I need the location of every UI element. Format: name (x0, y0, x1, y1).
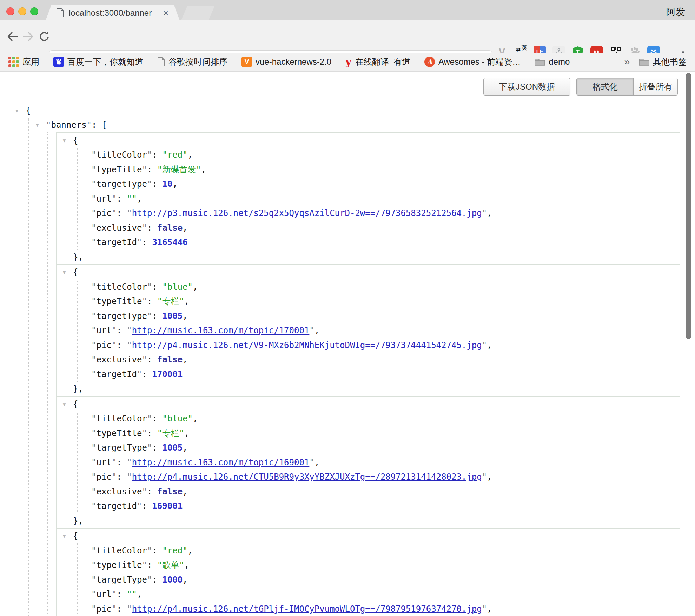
json-token: : (152, 282, 162, 292)
json-key: url (96, 194, 111, 204)
json-line: ▼"banners": [ (36, 118, 680, 133)
collapse-toggle-icon[interactable]: ▼ (15, 108, 26, 113)
reload-button[interactable] (37, 29, 52, 44)
json-link[interactable]: http://p4.music.126.net/V9-MXz6b2MNhEKju… (132, 340, 482, 350)
json-token: , (137, 194, 142, 204)
download-json-button[interactable]: 下载JSON数据 (483, 78, 570, 96)
json-token: }, (73, 252, 83, 262)
bookmark-demo-folder[interactable]: demo (535, 57, 570, 67)
json-key: url (96, 326, 111, 335)
json-key: targetType (96, 311, 147, 321)
json-token: , (183, 443, 187, 453)
collapse-toggle-icon[interactable]: ▼ (63, 533, 73, 538)
close-window-button[interactable] (6, 7, 14, 15)
new-tab-button[interactable] (181, 6, 215, 20)
json-link[interactable]: http://p4.music.126.net/CTU5B9R9y3XyYBZX… (132, 472, 482, 482)
bookmark-baidu[interactable]: 百度一下，你就知道 (53, 56, 143, 67)
bookmark-youdao[interactable]: y 在线翻译_有道 (345, 56, 410, 67)
bookmark-awesomes[interactable]: A Awesomes - 前端资… (424, 56, 521, 67)
bookmarks-bar: 应用 百度一下，你就知道 谷歌按时间排序 V vue-hackernews-2.… (0, 53, 695, 72)
json-key: targetId (96, 369, 137, 379)
json-token: " (46, 120, 51, 130)
json-object-properties: "titleColor": "blue","typeTitle": "专栏","… (77, 412, 680, 514)
json-link[interactable]: http://p4.music.126.net/tGPljf-IMOCyPvum… (132, 604, 482, 614)
json-token: " (309, 326, 314, 335)
collapse-toggle-icon[interactable]: ▼ (63, 270, 73, 275)
json-token: : (117, 604, 127, 614)
json-token: " (112, 208, 117, 218)
browser-profile-name[interactable]: 阿发 (666, 6, 685, 18)
collapse-toggle-icon[interactable]: ▼ (63, 402, 73, 407)
json-token: " (91, 369, 96, 379)
other-bookmarks-folder[interactable]: 其他书签 (639, 56, 687, 67)
bookmark-apps[interactable]: 应用 (8, 56, 39, 67)
json-line: }, (57, 382, 680, 397)
bookmark-google-sort[interactable]: 谷歌按时间排序 (157, 56, 227, 67)
json-token: " (137, 369, 142, 379)
json-token: " (147, 282, 152, 292)
json-number-value: 1005 (162, 443, 183, 453)
json-token: , (188, 150, 193, 160)
minimize-window-button[interactable] (18, 7, 26, 15)
collapse-all-button[interactable]: 折叠所有 (633, 78, 677, 95)
json-token: " (127, 326, 132, 335)
json-string-value: "" (127, 194, 137, 204)
json-token: " (112, 340, 117, 350)
json-line: "titleColor": "blue", (91, 280, 680, 294)
json-token: , (184, 428, 189, 438)
json-token: " (127, 604, 132, 614)
tab-close-icon[interactable]: × (163, 8, 168, 18)
json-link[interactable]: http://p3.music.126.net/s25q2x5QyqsAzilC… (132, 208, 482, 218)
browser-tab[interactable]: localhost:3000/banner × (46, 5, 180, 20)
format-button[interactable]: 格式化 (577, 78, 633, 95)
json-token: " (147, 414, 152, 424)
json-token: " (91, 340, 96, 350)
vertical-scrollbar-thumb[interactable] (686, 73, 691, 339)
json-token: " (87, 120, 92, 130)
json-token: : (117, 589, 127, 599)
collapse-toggle-icon[interactable]: ▼ (36, 123, 46, 127)
json-token: " (91, 414, 96, 424)
json-link[interactable]: http://music.163.com/m/topic/170001 (132, 326, 310, 335)
json-token: " (147, 443, 152, 453)
json-token: " (127, 208, 132, 218)
json-line: "exclusive": false, (91, 221, 680, 235)
json-line: "pic": "http://p3.music.126.net/s25q2x5Q… (91, 206, 680, 221)
bookmarks-overflow-chevron[interactable]: » (624, 56, 630, 67)
json-token: : (147, 487, 157, 497)
collapse-toggle-icon[interactable]: ▼ (63, 138, 73, 143)
json-token: , (315, 458, 319, 467)
json-token: , (183, 487, 187, 497)
json-token: " (482, 208, 487, 218)
json-line: "pic": "http://p4.music.126.net/tGPljf-I… (91, 602, 680, 616)
zoom-window-button[interactable] (30, 7, 38, 15)
json-token: " (112, 326, 117, 335)
json-array-children: ▼{"titleColor": "red","typeTitle": "新碟首发… (47, 132, 680, 616)
json-token: , (487, 340, 492, 350)
json-token: , (487, 472, 492, 482)
json-token: " (91, 165, 96, 175)
json-key: exclusive (96, 223, 142, 233)
json-line: "url": "", (91, 587, 680, 602)
json-token: " (91, 282, 96, 292)
forward-button[interactable] (20, 29, 36, 44)
json-key: targetId (96, 237, 137, 247)
json-key: targetId (96, 501, 137, 511)
json-string-value: "blue" (162, 414, 193, 424)
json-line: ▼{ (15, 103, 680, 118)
bookmark-label: 在线翻译_有道 (355, 56, 410, 67)
bookmark-vue-hackernews[interactable]: V vue-hackernews-2.0 (241, 57, 331, 67)
json-key: typeTitle (96, 296, 142, 306)
bookmark-label: 谷歌按时间排序 (168, 56, 227, 67)
json-token: " (112, 472, 117, 482)
json-key: titleColor (96, 150, 147, 160)
json-token: " (137, 237, 142, 247)
json-token: " (112, 589, 117, 599)
json-token: " (112, 458, 117, 467)
bookmark-label: 应用 (22, 56, 39, 67)
json-token: : (147, 223, 157, 233)
json-link[interactable]: http://music.163.com/m/topic/169001 (132, 458, 310, 467)
back-button[interactable] (5, 29, 20, 44)
json-line: "titleColor": "red", (91, 543, 680, 558)
json-token: : (147, 296, 157, 306)
